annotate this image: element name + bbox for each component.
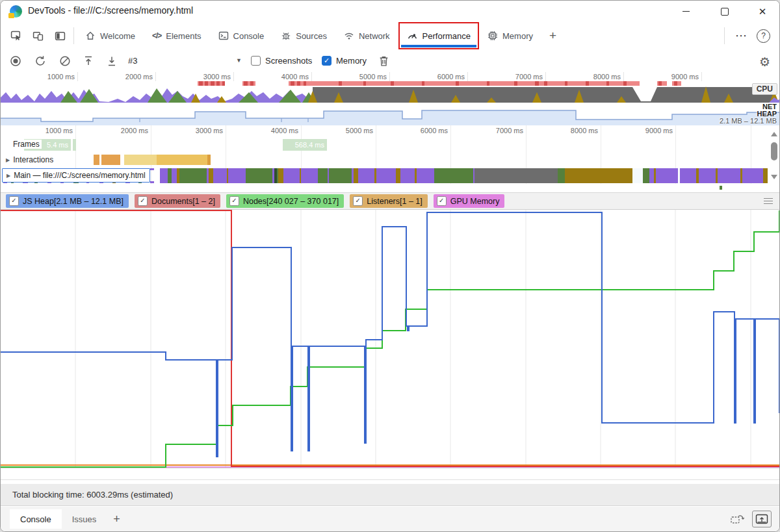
scrollbar-thumb[interactable] [771, 142, 777, 160]
more-options-button[interactable]: ⋯ [727, 29, 755, 43]
flame-segment[interactable] [213, 168, 227, 183]
legend-checkbox[interactable]: ✓ [437, 196, 447, 206]
flame-segment[interactable] [558, 168, 565, 183]
flame-segment[interactable] [228, 168, 246, 183]
flame-segment[interactable] [329, 168, 352, 183]
ruler-label: 7000 ms [475, 127, 523, 134]
tab-memory[interactable]: Memory [479, 22, 541, 49]
inspect-element-button[interactable] [5, 22, 27, 49]
flame-segment[interactable] [278, 168, 283, 183]
tab-elements[interactable]: </> Elements [144, 22, 210, 49]
legend-chip-3[interactable]: ✓Listeners[1 – 1] [350, 194, 427, 208]
flame-segment[interactable] [179, 168, 207, 183]
frame-duration-badge[interactable]: 568.4 ms [283, 139, 327, 151]
maximize-button[interactable] [710, 3, 739, 19]
flame-segment[interactable] [396, 168, 400, 183]
memory-label[interactable]: Memory [336, 56, 367, 66]
flame-segment[interactable] [283, 168, 300, 183]
main-track-label[interactable]: ▶ Main — file:///C:/screens/memory.html [2, 168, 150, 183]
expand-quick-view-button[interactable] [752, 511, 772, 527]
series-js-heap [1, 212, 779, 457]
flame-segment[interactable] [160, 168, 168, 183]
series-nodes [1, 210, 779, 467]
restore-snapshot-button[interactable] [730, 513, 746, 526]
interaction-bar[interactable] [207, 155, 211, 165]
flame-segment[interactable] [358, 168, 374, 183]
legend-checkbox[interactable]: ✓ [138, 196, 148, 206]
clear-recording-button[interactable] [58, 54, 72, 68]
net-heap-strip[interactable]: NET HEAP 2.1 MB – 12.1 MB [1, 103, 779, 126]
interaction-bar[interactable] [157, 155, 207, 165]
ellipsis-icon: ⋯ [735, 29, 748, 42]
flame-segment[interactable] [643, 168, 649, 183]
flame-segment[interactable] [718, 168, 740, 183]
drawer-tab-console[interactable]: Console [10, 509, 62, 529]
device-emulation-button[interactable] [27, 22, 49, 49]
tab-sources[interactable]: Sources [272, 22, 335, 49]
flame-segment[interactable] [656, 168, 678, 183]
help-button[interactable]: ? [757, 29, 770, 43]
add-tab-button[interactable]: + [541, 22, 564, 49]
memory-counters-chart[interactable] [1, 210, 779, 468]
legend-chip-4[interactable]: ✓GPU Memory [434, 194, 505, 208]
timeline-overview[interactable]: 1000 ms2000 ms3000 ms4000 ms5000 ms6000 … [1, 72, 779, 103]
legend-checkbox[interactable]: ✓ [353, 196, 363, 206]
flame-segment[interactable] [318, 168, 328, 183]
capture-settings-button[interactable]: ⚙ [759, 55, 770, 70]
flame-segment[interactable] [474, 168, 558, 183]
screenshots-checkbox[interactable] [251, 56, 261, 66]
profile-selector[interactable]: #3 [128, 56, 137, 66]
tracks-scrollbar[interactable] [770, 125, 779, 192]
flame-segment[interactable] [763, 168, 768, 183]
legend-chip-2[interactable]: ✓Nodes[240 027 – 370 017] [226, 194, 344, 208]
flame-segment[interactable] [209, 168, 213, 183]
interaction-bar[interactable] [101, 155, 120, 165]
legend-menu-icon[interactable] [764, 198, 773, 205]
legend-checkbox[interactable]: ✓ [229, 196, 239, 206]
close-button[interactable]: ✕ [748, 3, 777, 19]
flame-segment[interactable] [354, 168, 358, 183]
record-button[interactable] [8, 54, 23, 68]
legend-checkbox[interactable]: ✓ [9, 196, 19, 206]
flame-segment[interactable] [246, 168, 272, 183]
reload-and-record-button[interactable] [33, 54, 47, 68]
screenshots-label[interactable]: Screenshots [265, 56, 312, 66]
tab-network[interactable]: Network [335, 22, 398, 49]
flame-segment[interactable] [301, 168, 318, 183]
load-profile-button[interactable] [81, 54, 96, 68]
memory-checkbox[interactable]: ✓ [322, 56, 332, 66]
flame-segment[interactable] [649, 168, 654, 183]
dock-side-button[interactable] [49, 22, 71, 49]
long-task-tick [606, 81, 609, 86]
legend-chip-0[interactable]: ✓JS Heap[2.1 MB – 12.1 MB] [6, 194, 129, 208]
minimize-button[interactable] [671, 3, 700, 19]
flame-segment[interactable] [434, 168, 473, 183]
flame-segment[interactable] [400, 168, 415, 183]
delete-recording-button[interactable] [376, 54, 391, 68]
flame-segment[interactable] [742, 168, 763, 183]
frame-duration-badge[interactable] [73, 139, 76, 151]
devtools-tab-strip: Welcome </> Elements Console Sources Net… [1, 22, 779, 50]
save-profile-button[interactable] [105, 54, 119, 68]
profile-dropdown-caret[interactable]: ▼ [236, 57, 242, 64]
scroll-down-icon[interactable] [771, 175, 777, 179]
flame-segment[interactable] [565, 168, 632, 183]
add-drawer-tab-button[interactable]: + [107, 513, 127, 526]
tab-label: Memory [502, 31, 533, 41]
tab-performance[interactable]: Performance [398, 22, 479, 49]
ruler-tick [311, 72, 312, 81]
flame-segment[interactable] [632, 168, 643, 183]
flame-segment[interactable] [680, 168, 696, 183]
interactions-track-label[interactable]: ▶ Interactions [6, 155, 53, 164]
flame-segment[interactable] [172, 168, 177, 183]
scroll-up-icon[interactable] [771, 132, 777, 136]
flame-segment[interactable] [417, 168, 434, 183]
flame-segment[interactable] [376, 168, 396, 183]
interaction-bar[interactable] [94, 155, 99, 165]
tab-welcome[interactable]: Welcome [77, 22, 144, 49]
tab-console[interactable]: Console [210, 22, 273, 49]
interaction-bar[interactable] [124, 155, 157, 165]
drawer-tab-issues[interactable]: Issues [62, 509, 107, 529]
legend-chip-1[interactable]: ✓Documents[1 – 2] [135, 194, 220, 208]
flame-segment[interactable] [699, 168, 716, 183]
